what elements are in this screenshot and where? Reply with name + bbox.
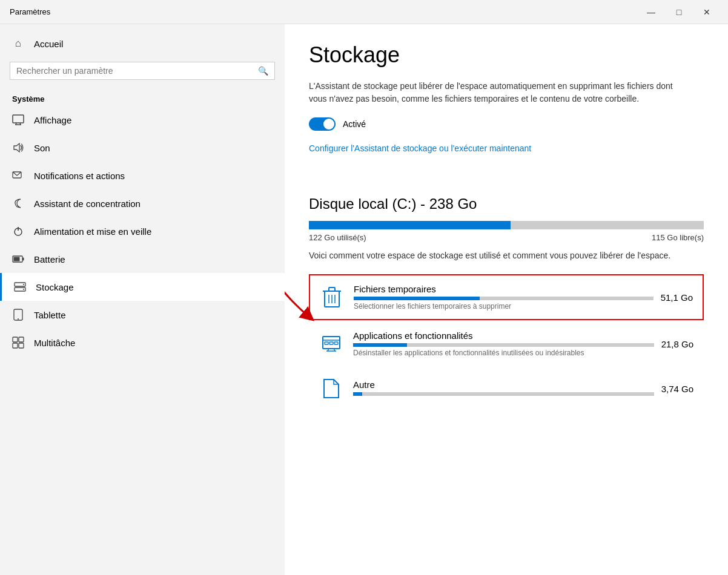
titlebar: Paramètres — □ ✕ [0, 0, 728, 24]
svg-rect-0 [13, 115, 24, 123]
apps-name: Applications et fonctionnalités [353, 330, 654, 341]
temp-files-name: Fichiers temporaires [354, 284, 654, 294]
page-title: Stockage [309, 42, 704, 68]
storage-description: L'Assistant de stockage peut libérer de … [309, 80, 684, 105]
svg-rect-18 [19, 337, 24, 342]
autre-bar-fill [353, 392, 362, 396]
search-box[interactable]: 🔍 [10, 62, 275, 80]
sidebar-item-affichage[interactable]: Affichage [0, 106, 285, 134]
batterie-label: Batterie [34, 254, 65, 264]
sidebar: ⌂ Accueil 🔍 Système Affichage [0, 24, 285, 575]
apps-bar [353, 343, 654, 347]
svg-point-16 [18, 318, 19, 320]
used-label: 122 Go utilisé(s) [309, 233, 366, 242]
sidebar-home-label: Accueil [34, 39, 63, 49]
svg-point-14 [23, 289, 24, 290]
storage-item-autre[interactable]: Autre 3,74 Go [309, 367, 704, 410]
storage-bar [309, 221, 704, 229]
svg-rect-17 [13, 337, 18, 342]
sidebar-item-tablette[interactable]: Tablette [0, 301, 285, 329]
sidebar-item-concentration[interactable]: Assistant de concentration [0, 189, 285, 217]
moon-icon [12, 197, 24, 209]
config-link[interactable]: Configurer l'Assistant de stockage ou l'… [309, 143, 531, 153]
storage-desc: Voici comment votre espace de stockage e… [309, 249, 684, 262]
tablette-label: Tablette [34, 310, 66, 320]
alimentation-label: Alimentation et mise en veille [34, 226, 151, 237]
search-input[interactable] [16, 66, 253, 76]
toggle-row: Activé [309, 117, 704, 131]
svg-rect-9 [22, 258, 24, 261]
autre-size: 3,74 Go [661, 384, 693, 394]
titlebar-controls: — □ ✕ [637, 2, 721, 22]
notif-icon [12, 169, 24, 182]
svg-rect-32 [334, 342, 338, 344]
battery-icon [12, 253, 24, 265]
storage-assistant-toggle[interactable] [309, 117, 336, 131]
monitor-icon [12, 114, 24, 126]
autre-info: Autre [353, 380, 654, 398]
sidebar-item-home[interactable]: ⌂ Accueil [0, 30, 285, 57]
tablet-icon [12, 309, 24, 321]
son-label: Son [34, 143, 50, 153]
svg-rect-24 [329, 288, 335, 291]
stockage-label: Stockage [36, 282, 74, 292]
storage-icon [14, 281, 26, 293]
main-container: ⌂ Accueil 🔍 Système Affichage [0, 24, 728, 575]
temp-files-info: Fichiers temporaires Sélectionner les fi… [354, 284, 654, 310]
sidebar-item-stockage[interactable]: Stockage [0, 273, 285, 301]
apps-icon [319, 332, 343, 356]
trash-icon [320, 285, 344, 309]
sidebar-item-notifications[interactable]: Notifications et actions [0, 162, 285, 189]
search-icon: 🔍 [258, 66, 268, 76]
svg-point-13 [23, 284, 24, 285]
sound-icon [12, 142, 24, 154]
sidebar-item-multitache[interactable]: Multitâche [0, 329, 285, 356]
apps-size: 21,8 Go [661, 339, 693, 349]
storage-bar-used [309, 221, 511, 229]
toggle-thumb [323, 119, 334, 130]
storage-item-apps[interactable]: Applications et fonctionnalités Désinsta… [309, 321, 704, 366]
notifications-label: Notifications et actions [34, 171, 125, 181]
svg-rect-10 [14, 257, 20, 261]
apps-info: Applications et fonctionnalités Désinsta… [353, 330, 654, 357]
disk-title: Disque local (C:) - 238 Go [309, 196, 704, 212]
svg-rect-31 [329, 342, 333, 344]
titlebar-title: Paramètres [10, 7, 50, 16]
sidebar-item-alimentation[interactable]: Alimentation et mise en veille [0, 217, 285, 245]
maximize-button[interactable]: □ [665, 2, 693, 22]
sidebar-item-son[interactable]: Son [0, 134, 285, 162]
storage-bar-container [309, 221, 704, 229]
power-icon [12, 225, 24, 237]
apps-bar-fill [353, 343, 407, 347]
multitask-icon [12, 337, 24, 349]
close-button[interactable]: ✕ [693, 2, 721, 22]
section-label: Système [0, 90, 285, 106]
free-label: 115 Go libre(s) [652, 233, 704, 242]
svg-rect-19 [13, 343, 18, 348]
home-icon: ⌂ [12, 38, 24, 50]
apps-sub: Désinstaller les applications et fonctio… [353, 349, 654, 357]
svg-rect-28 [323, 337, 340, 349]
storage-items-container: Fichiers temporaires Sélectionner les fi… [309, 274, 704, 410]
autre-bar [353, 392, 654, 396]
temp-files-bar-fill [354, 297, 480, 300]
svg-marker-4 [14, 143, 19, 152]
svg-rect-20 [19, 343, 24, 348]
temp-files-sub: Sélectionner les fichiers temporaires à … [354, 302, 654, 310]
concentration-label: Assistant de concentration [34, 199, 141, 209]
sidebar-item-batterie[interactable]: Batterie [0, 245, 285, 273]
svg-rect-30 [325, 342, 328, 344]
autre-name: Autre [353, 380, 654, 390]
multitache-label: Multitâche [34, 338, 75, 348]
temp-files-bar [354, 297, 654, 300]
content-area: Stockage L'Assistant de stockage peut li… [285, 24, 728, 575]
storage-item-temp[interactable]: Fichiers temporaires Sélectionner les fi… [309, 274, 704, 320]
minimize-button[interactable]: — [637, 2, 665, 22]
temp-files-size: 51,1 Go [661, 292, 693, 303]
toggle-label: Activé [343, 119, 366, 129]
storage-stats: 122 Go utilisé(s) 115 Go libre(s) [309, 233, 704, 242]
autre-icon [319, 376, 343, 401]
affichage-label: Affichage [34, 115, 71, 125]
